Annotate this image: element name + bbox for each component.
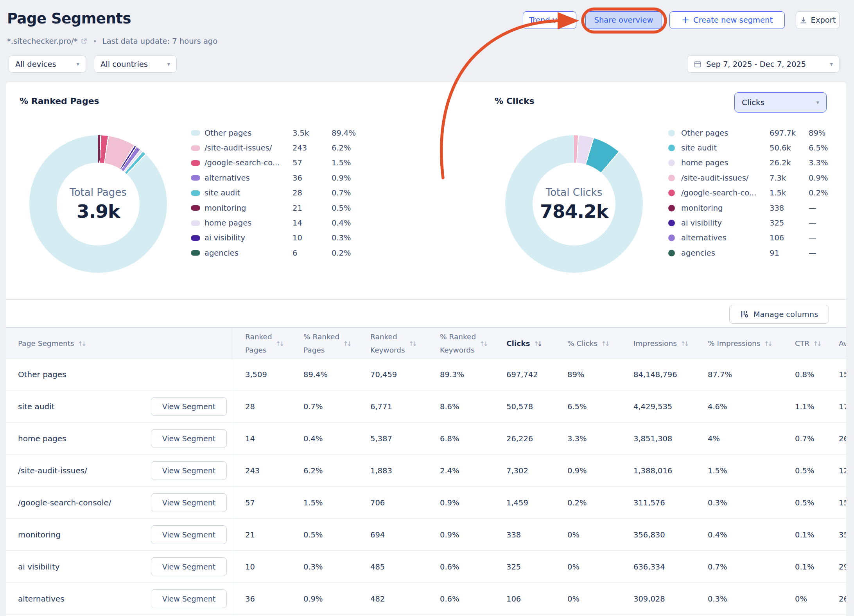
column-header-ranked-keywords[interactable]: RankedKeywords↑↓	[370, 328, 416, 359]
legend-item[interactable]: monitoring338—	[668, 201, 840, 215]
legend-label: /site-audit-issues/	[681, 174, 748, 183]
legend-item[interactable]: alternatives106—	[668, 231, 840, 245]
devices-filter-dropdown[interactable]: All devices▾	[9, 56, 86, 73]
view-segment-button[interactable]: View Segment	[151, 589, 227, 608]
sort-icon[interactable]: ↑↓	[534, 340, 541, 347]
cell-value: 3,509	[245, 370, 267, 379]
legend-item[interactable]: monitoring210.5%	[191, 201, 375, 215]
cell-value: 89%	[567, 370, 584, 379]
calendar-icon	[694, 60, 702, 68]
legend-value: 50.6k	[770, 143, 791, 152]
legend-percent: —	[809, 204, 816, 213]
sort-icon[interactable]: ↑↓	[601, 340, 608, 347]
cell-value: 482	[370, 594, 385, 603]
legend-label: agencies	[205, 249, 239, 258]
legend-percent: 0.2%	[332, 249, 351, 258]
sort-icon[interactable]: ↑↓	[680, 340, 688, 347]
trend-view-button[interactable]: Trend view	[523, 11, 576, 29]
legend-value: 697.7k	[770, 129, 796, 138]
legend-item[interactable]: agencies91—	[668, 245, 840, 260]
cell-value: 0%	[567, 530, 580, 539]
legend-item[interactable]: /site-audit-issues/7.3k0.9%	[668, 170, 840, 185]
date-range-picker[interactable]: Sep 7, 2025 - Dec 7, 2025 ▾	[687, 56, 840, 73]
view-segment-button[interactable]: View Segment	[151, 397, 227, 416]
legend-color-dot	[668, 205, 675, 211]
cell-value: 29	[839, 562, 846, 571]
legend-label: home pages	[205, 218, 251, 227]
legend-item[interactable]: Other pages697.7k89%	[668, 125, 840, 140]
cell-value: 4,429,535	[633, 402, 672, 411]
manage-columns-button[interactable]: Manage columns	[729, 305, 829, 324]
view-segment-button[interactable]: View Segment	[151, 461, 227, 480]
legend-color-dot	[191, 205, 200, 211]
legend-item[interactable]: site audit280.7%	[191, 186, 375, 201]
legend-value: 338	[770, 204, 784, 213]
legend-item[interactable]: Other pages3.5k89.4%	[191, 125, 375, 140]
cell-value: 87.7%	[708, 370, 732, 379]
cell-value: 694	[370, 530, 385, 539]
legend-item[interactable]: site audit50.6k6.5%	[668, 140, 840, 155]
column-header--ranked-keywords[interactable]: % RankedKeywords↑↓	[440, 328, 487, 359]
sort-icon[interactable]: ↑↓	[409, 340, 416, 347]
column-header--impressions[interactable]: % Impressions↑↓	[708, 328, 771, 359]
legend-value: 6	[292, 249, 297, 258]
column-header-av[interactable]: Av↑↓	[839, 328, 846, 359]
column-header-impressions[interactable]: Impressions↑↓	[633, 328, 688, 359]
site-link[interactable]: *.sitechecker.pro/*	[7, 37, 87, 46]
sort-icon[interactable]: ↑↓	[276, 340, 283, 347]
cell-value: 0.3%	[303, 562, 323, 571]
legend-value: 10	[292, 233, 302, 242]
legend-value: 1.5k	[770, 188, 786, 197]
sort-icon[interactable]: ↑↓	[764, 340, 771, 347]
legend-item[interactable]: home pages140.4%	[191, 215, 375, 230]
view-segment-button[interactable]: View Segment	[151, 557, 227, 576]
cell-value: 26	[839, 594, 846, 603]
create-new-segment-button[interactable]: +Create new segment	[669, 11, 785, 29]
column-header-ranked-pages[interactable]: RankedPages↑↓	[245, 328, 283, 359]
legend-item[interactable]: /google-search-co...1.5k0.2%	[668, 186, 840, 201]
cell-value: 89.3%	[440, 370, 464, 379]
share-overview-button[interactable]: Share overview	[585, 11, 662, 29]
legend-percent: 89%	[809, 129, 825, 138]
legend-item[interactable]: agencies60.2%	[191, 245, 375, 260]
column-header-page-segments[interactable]: Page Segments↑↓	[18, 328, 85, 359]
cell-value: 15	[839, 498, 846, 507]
clicks-donut-chart[interactable]: Total Clicks 784.2k	[505, 135, 643, 273]
sort-icon[interactable]: ↑↓	[813, 340, 820, 347]
legend-label: Other pages	[205, 129, 251, 138]
cell-value: 243	[245, 466, 260, 475]
legend-item[interactable]: alternatives360.9%	[191, 170, 375, 185]
legend-item[interactable]: /google-search-co...571.5%	[191, 156, 375, 170]
sort-icon[interactable]: ↑↓	[343, 340, 350, 347]
sort-icon[interactable]: ↑↓	[78, 340, 85, 347]
cell-value: 356,830	[633, 530, 665, 539]
view-segment-button[interactable]: View Segment	[151, 493, 227, 512]
legend-label: monitoring	[205, 204, 246, 213]
cell-value: 12	[839, 466, 846, 475]
sort-icon[interactable]: ↑↓	[479, 340, 487, 347]
countries-filter-dropdown[interactable]: All countries▾	[94, 56, 177, 73]
legend-percent: 1.5%	[332, 158, 351, 167]
ranked-pages-legend: Other pages3.5k89.4%/site-audit-issues/2…	[191, 125, 375, 261]
legend-value: 36	[292, 174, 302, 183]
export-button[interactable]: Export	[796, 11, 840, 29]
column-header-clicks[interactable]: Clicks↑↓	[506, 328, 541, 359]
view-segment-button[interactable]: View Segment	[151, 429, 227, 448]
cell-value: 0.3%	[708, 498, 727, 507]
legend-item[interactable]: home pages26.2k3.3%	[668, 156, 840, 170]
column-header--ranked-pages[interactable]: % RankedPages↑↓	[303, 328, 350, 359]
clicks-metric-dropdown[interactable]: Clicks▾	[734, 92, 827, 113]
legend-item[interactable]: ai visibility325—	[668, 215, 840, 230]
ranked-pages-donut-chart[interactable]: Total Pages 3.9k	[29, 135, 167, 273]
segments-table-panel: Manage columns Page Segments↑↓RankedPage…	[6, 299, 846, 616]
legend-percent: 0.9%	[332, 174, 351, 183]
charts-panel: % Ranked Pages % Clicks Clicks▾ Total Pa…	[6, 82, 846, 299]
legend-value: 7.3k	[770, 174, 786, 183]
breadcrumb: *.sitechecker.pro/* • Last data update: …	[7, 37, 217, 46]
legend-item[interactable]: ai visibility100.3%	[191, 231, 375, 245]
view-segment-button[interactable]: View Segment	[151, 525, 227, 544]
legend-percent: 6.2%	[332, 143, 351, 152]
legend-item[interactable]: /site-audit-issues/2436.2%	[191, 140, 375, 155]
column-header-ctr[interactable]: CTR↑↓	[795, 328, 820, 359]
column-header--clicks[interactable]: % Clicks↑↓	[567, 328, 608, 359]
